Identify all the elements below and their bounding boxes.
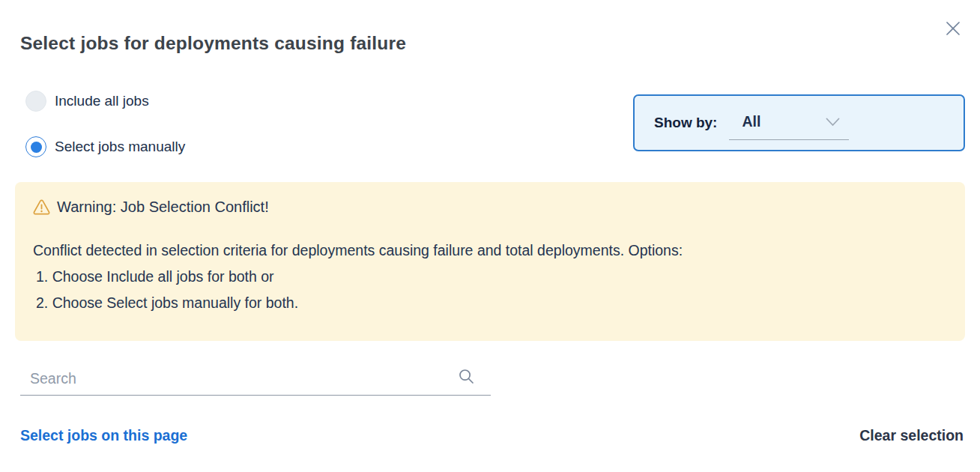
warning-option-2: 2. Choose Select jobs manually for both.: [33, 290, 947, 316]
radio-selected-icon: [25, 136, 46, 157]
radio-label: Select jobs manually: [55, 139, 185, 155]
search-icon[interactable]: [459, 369, 474, 384]
warning-option-1: 1. Choose Include all jobs for both or: [33, 264, 947, 290]
radio-group: Include all jobs Select jobs manually: [25, 91, 185, 157]
warning-title: Warning: Job Selection Conflict!: [57, 199, 269, 216]
warning-icon: [33, 199, 50, 215]
warning-body: Conflict detected in selection criteria …: [33, 237, 947, 264]
job-selection-dialog: Select jobs for deployments causing fail…: [0, 0, 980, 472]
close-button[interactable]: [943, 19, 963, 38]
dialog-title: Select jobs for deployments causing fail…: [20, 33, 406, 54]
radio-unselected-icon: [25, 91, 46, 112]
radio-option-select-jobs-manually[interactable]: Select jobs manually: [25, 136, 185, 157]
close-icon: [945, 20, 961, 37]
radio-label: Include all jobs: [55, 93, 149, 109]
radio-option-include-all-jobs[interactable]: Include all jobs: [25, 91, 185, 112]
chevron-down-icon: [826, 118, 840, 127]
warning-banner: Warning: Job Selection Conflict! Conflic…: [15, 182, 965, 341]
search-field: [20, 366, 491, 396]
radio-dot: [31, 142, 42, 153]
show-by-label: Show by:: [654, 115, 717, 131]
show-by-select[interactable]: All: [729, 113, 849, 140]
search-input[interactable]: [20, 366, 459, 387]
show-by-selected-value: All: [742, 113, 760, 130]
select-jobs-on-page-link[interactable]: Select jobs on this page: [20, 427, 187, 444]
show-by-panel: Show by: All: [633, 94, 965, 151]
warning-header: Warning: Job Selection Conflict!: [33, 199, 947, 216]
clear-selection-button[interactable]: Clear selection: [859, 427, 964, 444]
